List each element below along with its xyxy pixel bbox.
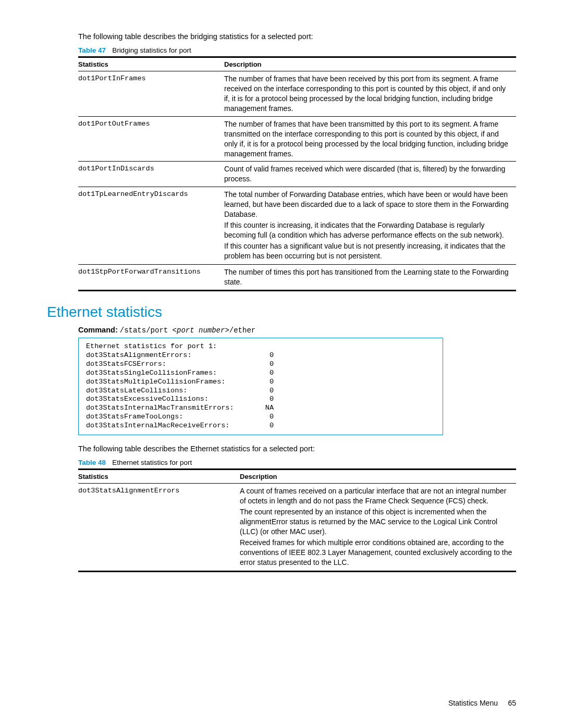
output-line: dot3StatsInternalMacTransmitErrors:NA [86,404,435,413]
command-label: Command: [78,326,118,334]
table-47-header-statistics: Statistics [78,57,224,71]
stat-desc: The number of frames that have been tran… [224,116,516,162]
intro-text-47: The following table describes the bridgi… [78,31,516,42]
table-47-title: Bridging statistics for port [112,46,191,54]
stat-name: dot1PortInDiscards [78,162,224,187]
stat-name: dot1PortOutFrames [78,116,224,162]
table-48: Statistics Description dot3StatsAlignmen… [78,468,516,572]
command-output-box: Ethernet statistics for port 1: dot3Stat… [78,338,443,435]
intro-text-48: The following table describes the Ethern… [78,443,516,454]
stat-name: dot1TpLearnedEntryDiscards [78,187,224,265]
table-47-header-description: Description [224,57,516,71]
output-line: dot3StatsSingleCollisionFrames:0 [86,369,435,378]
command-line: Command: /stats/port <port number>/ether [78,326,516,335]
output-line: dot3StatsFCSErrors:0 [86,360,435,369]
stat-name: dot1StpPortForwardTransitions [78,265,224,291]
section-heading-ethernet: Ethernet statistics [47,304,516,320]
command-suffix: /ether [229,326,255,335]
table-48-caption: Table 48 Ethernet statistics for port [78,458,516,466]
table-row: dot1PortOutFrames The number of frames t… [78,116,516,162]
stat-desc: Count of valid frames received which wer… [224,162,516,187]
command-param: <port number> [173,326,229,335]
output-line: dot3StatsInternalMacReceiveErrors:0 [86,422,435,430]
table-row: dot1TpLearnedEntryDiscards The total num… [78,187,516,265]
output-title: Ethernet statistics for port 1: [86,342,435,351]
stat-desc: The total number of Forwarding Database … [224,187,516,265]
output-line: dot3StatsMultipleCollisionFrames:0 [86,378,435,387]
footer-section: Statistics Menu [448,699,498,707]
page-footer: Statistics Menu 65 [448,699,516,707]
table-48-header-statistics: Statistics [78,470,240,484]
table-row: dot1StpPortForwardTransitions The number… [78,265,516,291]
output-line: dot3StatsLateCollisions:0 [86,387,435,396]
stat-name: dot3StatsAlignmentErrors [78,484,240,572]
stat-desc: The number of times this port has transi… [224,265,516,291]
output-line: dot3StatsExcessiveCollisions:0 [86,395,435,404]
table-row: dot3StatsAlignmentErrors A count of fram… [78,484,516,572]
table-row: dot1PortInDiscards Count of valid frames… [78,162,516,187]
table-48-label: Table 48 [78,459,106,466]
command-prefix: /stats/port [120,326,173,335]
table-47-caption: Table 47 Bridging statistics for port [78,46,516,54]
footer-page: 65 [508,699,516,707]
stat-desc: The number of frames that have been rece… [224,71,516,117]
output-line: dot3StatsFrameTooLongs:0 [86,413,435,422]
table-48-title: Ethernet statistics for port [112,459,192,466]
table-47: Statistics Description dot1PortInFrames … [78,56,516,291]
table-48-header-description: Description [240,470,516,484]
table-row: dot1PortInFrames The number of frames th… [78,71,516,117]
stat-desc: A count of frames received on a particul… [240,484,516,572]
stat-name: dot1PortInFrames [78,71,224,117]
table-47-label: Table 47 [78,46,106,54]
output-line: dot3StatsAlignmentErrors:0 [86,351,435,360]
